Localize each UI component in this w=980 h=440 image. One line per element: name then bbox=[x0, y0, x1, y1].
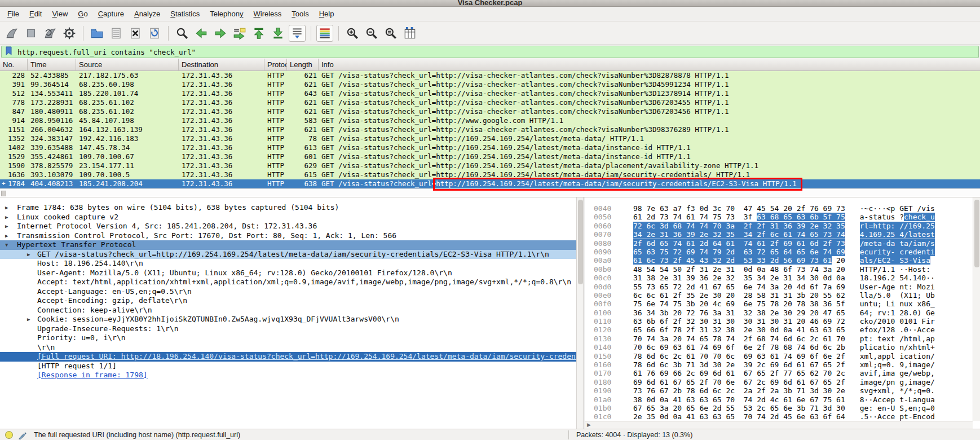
column-header-no[interactable]: No. bbox=[0, 59, 27, 71]
packet-row[interactable]: 1352324.383147192.42.116.183172.31.43.36… bbox=[0, 134, 980, 143]
expand-arrow-icon[interactable]: ▶ bbox=[5, 231, 8, 241]
close-file-icon[interactable] bbox=[127, 25, 144, 42]
detail-line[interactable]: Accept-Encoding: gzip, deflate\r\n bbox=[0, 296, 584, 306]
hex-row[interactable]: 017061 76 69 66 2c 69 6d 61 67 65 2f 77 … bbox=[585, 369, 980, 377]
packet-row[interactable]: 847180.48091168.235.61.102172.31.43.36HT… bbox=[0, 107, 980, 116]
detail-line[interactable]: ▶GET /visa-status?check_url=http://169.2… bbox=[0, 250, 584, 259]
detail-line[interactable]: Accept-Language: en-US,en;q=0.5\r\n bbox=[0, 287, 584, 297]
hex-row[interactable]: 011063 6b 6f 2f 32 30 31 30 30 31 30 31 … bbox=[585, 317, 980, 325]
column-header-dst[interactable]: Destination bbox=[178, 59, 264, 71]
hex-row[interactable]: 010036 34 3b 20 72 76 3a 31 32 38 2e 30 … bbox=[585, 309, 980, 317]
packet-row[interactable]: 1529355.424861109.70.100.67172.31.43.36H… bbox=[0, 152, 980, 161]
hex-row[interactable]: 00802f 6d 65 74 61 2d 64 61 74 61 2f 69 … bbox=[585, 239, 980, 248]
detail-line[interactable]: ▶Frame 1784: 638 bytes on wire (5104 bit… bbox=[0, 203, 584, 213]
packet-row[interactable]: 778173.22893168.235.61.102172.31.43.36HT… bbox=[0, 98, 980, 107]
display-filter-input[interactable]: http.request.full_uri contains "check_ur… bbox=[1, 46, 979, 58]
packet-row[interactable]: 1590378.82557923.154.177.11172.31.43.36H… bbox=[0, 161, 980, 170]
detail-line-link[interactable]: [Response in frame: 1798] bbox=[0, 371, 584, 380]
hex-row[interactable]: 015078 6d 6c 2c 61 70 70 6c 69 63 61 74 … bbox=[585, 352, 980, 360]
save-file-icon[interactable] bbox=[108, 25, 125, 42]
auto-scroll-icon[interactable] bbox=[289, 25, 306, 42]
detail-line[interactable]: Connection: keep-alive\r\n bbox=[0, 306, 584, 315]
find-packet-icon[interactable] bbox=[174, 25, 191, 42]
hex-row[interactable]: 00b048 54 54 50 2f 31 2e 31 0d 0a 48 6f … bbox=[585, 265, 980, 274]
go-last-packet-icon[interactable] bbox=[270, 25, 286, 42]
detail-line[interactable]: ▶Transmission Control Protocol, Src Port… bbox=[0, 231, 584, 241]
zoom-in-icon[interactable] bbox=[344, 25, 361, 42]
detail-line[interactable]: [HTTP request 1/1] bbox=[0, 362, 584, 371]
expand-arrow-icon[interactable]: ▶ bbox=[5, 203, 8, 213]
detail-line[interactable]: Upgrade-Insecure-Requests: 1\r\n bbox=[0, 324, 584, 334]
packet-row[interactable]: 512134.553411185.220.101.74172.31.43.36H… bbox=[0, 89, 980, 98]
hex-row[interactable]: 013070 74 3a 20 74 65 78 74 2f 68 74 6d … bbox=[585, 335, 980, 343]
zoom-original-icon[interactable] bbox=[382, 25, 399, 42]
start-capture-shark-fin-icon[interactable] bbox=[3, 25, 20, 42]
menu-item-telephony[interactable]: Telephony bbox=[205, 8, 248, 20]
details-vscrollbar[interactable] bbox=[576, 197, 584, 429]
column-header-src[interactable]: Source bbox=[76, 59, 178, 71]
detail-line[interactable]: Priority: u=0, i\r\n bbox=[0, 333, 584, 343]
packet-list-hscrollbar[interactable] bbox=[0, 188, 980, 197]
hex-row[interactable]: 018069 6d 61 67 65 2f 70 6e 67 2c 69 6d … bbox=[585, 378, 980, 386]
packet-row[interactable]: 1402339.635488147.45.78.34172.31.43.36HT… bbox=[0, 143, 980, 152]
expand-arrow-icon[interactable]: ▶ bbox=[27, 250, 30, 259]
hex-row[interactable]: 00e06c 6c 61 2f 35 2e 30 20 28 58 31 31 … bbox=[585, 291, 980, 300]
menu-item-statistics[interactable]: Statistics bbox=[165, 8, 205, 20]
column-header-info[interactable]: Info bbox=[318, 59, 980, 71]
detail-line[interactable]: ▶Cookie: session=eyJjYXB0Y2hhIjoiSkZQTUN… bbox=[0, 315, 584, 324]
packet-row[interactable]: 914208.95011645.84.107.198172.31.43.36HT… bbox=[0, 116, 980, 125]
detail-line[interactable]: ▶Internet Protocol Version 4, Src: 185.2… bbox=[0, 222, 584, 231]
hex-row[interactable]: 007034 2e 31 36 39 2e 32 35 34 2f 6c 61 … bbox=[585, 230, 980, 239]
column-header-proto[interactable]: Protocol bbox=[264, 59, 286, 71]
menu-item-help[interactable]: Help bbox=[314, 8, 339, 20]
hex-row[interactable]: 00a061 6c 73 2f 45 43 32 2d 53 33 2d 56 … bbox=[585, 256, 980, 265]
expand-arrow-icon[interactable]: ▶ bbox=[5, 222, 8, 231]
packet-row[interactable]: 1636393.103079109.70.100.5172.31.43.36HT… bbox=[0, 170, 980, 179]
menu-item-view[interactable]: View bbox=[47, 8, 73, 20]
go-back-icon[interactable] bbox=[193, 25, 210, 42]
capture-comment-pencil-icon[interactable] bbox=[18, 430, 27, 439]
go-forward-icon[interactable] bbox=[212, 25, 229, 42]
hex-row[interactable]: 01b067 65 3a 20 65 6e 2d 55 53 2c 65 6e … bbox=[585, 404, 980, 412]
hex-row[interactable]: 019073 76 67 2b 78 6d 6c 2c 2a 2f 2a 3b … bbox=[585, 386, 980, 395]
hex-row[interactable]: 014070 6c 69 63 61 74 69 6f 6e 2f 78 68 … bbox=[585, 343, 980, 351]
detail-line[interactable]: ▶Linux cooked capture v2 bbox=[0, 213, 584, 222]
hex-row[interactable]: 00f075 6e 74 75 3b 20 4c 69 6e 75 78 20 … bbox=[585, 300, 980, 308]
display-filter-text[interactable]: http.request.full_uri contains "check_ur… bbox=[17, 48, 196, 56]
detail-line[interactable]: ▼Hypertext Transfer Protocol bbox=[0, 240, 584, 250]
detail-line[interactable]: Host: 18.196.254.140\r\n bbox=[0, 259, 584, 269]
hex-row[interactable]: 016078 6d 6c 3b 71 3d 30 2e 39 2c 69 6d … bbox=[585, 360, 980, 369]
bytes-vscrollbar[interactable] bbox=[973, 197, 980, 421]
stop-capture-icon[interactable] bbox=[23, 25, 39, 42]
filter-bookmark-icon[interactable] bbox=[4, 46, 14, 58]
hex-row[interactable]: 01c02e 35 0d 0a 41 63 63 65 70 74 2d 45 … bbox=[585, 412, 980, 421]
go-to-packet-icon[interactable] bbox=[231, 25, 248, 42]
detail-line[interactable]: \r\n bbox=[0, 343, 584, 353]
open-file-folder-icon[interactable] bbox=[89, 25, 105, 42]
expert-info-icon[interactable] bbox=[5, 430, 14, 439]
resize-columns-icon[interactable] bbox=[401, 25, 418, 42]
hex-row[interactable]: 009065 63 75 72 69 74 79 2d 63 72 65 64 … bbox=[585, 248, 980, 256]
menu-item-file[interactable]: File bbox=[2, 8, 24, 20]
hex-row[interactable]: 01a038 0d 0a 41 63 63 65 70 74 2d 4c 61 … bbox=[585, 395, 980, 404]
capture-options-gear-icon[interactable] bbox=[61, 25, 78, 42]
packet-row[interactable]: 39199.36451468.235.60.198172.31.43.36HTT… bbox=[0, 80, 980, 89]
packet-row-selected[interactable]: 1784404.408213185.241.208.204172.31.43.3… bbox=[0, 179, 980, 188]
packet-row[interactable]: 1151266.004632164.132.163.139172.31.43.3… bbox=[0, 125, 980, 134]
hex-row[interactable]: 012065 66 6f 78 2f 31 32 38 2e 30 0d 0a … bbox=[585, 325, 980, 334]
hex-row[interactable]: 005061 2d 73 74 61 74 75 73 3f 63 68 65 … bbox=[585, 213, 980, 221]
detail-line[interactable]: Accept: text/html,application/xhtml+xml,… bbox=[0, 278, 584, 287]
reload-file-icon[interactable] bbox=[146, 25, 163, 42]
detail-line[interactable]: [Full request URI: http://18.196.254.140… bbox=[0, 352, 584, 362]
expand-arrow-icon[interactable]: ▶ bbox=[5, 213, 8, 222]
hex-row[interactable]: 006072 6c 3d 68 74 74 70 3a 2f 2f 31 36 … bbox=[585, 222, 980, 230]
colorize-packets-icon[interactable] bbox=[316, 25, 333, 42]
menu-item-capture[interactable]: Capture bbox=[93, 8, 129, 20]
zoom-out-icon[interactable] bbox=[363, 25, 380, 42]
menu-item-wireless[interactable]: Wireless bbox=[249, 8, 287, 20]
bytes-hscrollbar[interactable]: ▶ bbox=[585, 421, 973, 429]
menu-item-go[interactable]: Go bbox=[73, 8, 92, 20]
menu-item-edit[interactable]: Edit bbox=[24, 8, 47, 20]
packet-row[interactable]: 22852.433885217.182.175.63172.31.43.36HT… bbox=[0, 71, 980, 80]
hex-row[interactable]: 00c031 38 2e 31 39 36 2e 32 35 34 2e 31 … bbox=[585, 274, 980, 282]
